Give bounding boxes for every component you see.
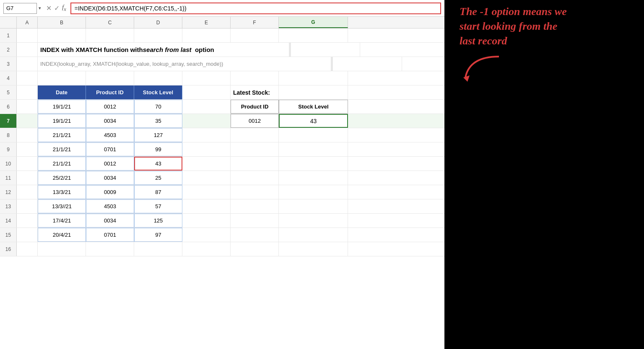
cell-d6[interactable]: 70 xyxy=(134,100,182,114)
cell-c1[interactable] xyxy=(86,28,134,42)
cell-c6[interactable]: 0012 xyxy=(86,100,134,114)
cell-b1[interactable] xyxy=(38,28,86,42)
cell-b14[interactable]: 17/4/21 xyxy=(38,214,86,227)
cell-ref-box[interactable]: G7 xyxy=(3,3,37,14)
cell-g14[interactable] xyxy=(279,214,348,227)
cell-g13[interactable] xyxy=(279,199,348,213)
cell-d15[interactable]: 97 xyxy=(134,228,182,242)
cell-b7[interactable]: 19/1/21 xyxy=(38,114,86,128)
col-header-c[interactable]: C xyxy=(86,17,134,28)
cell-d14[interactable]: 125 xyxy=(134,214,182,227)
confirm-icon[interactable]: ✓ xyxy=(54,4,60,12)
cell-e16[interactable] xyxy=(182,242,231,256)
cell-g8[interactable] xyxy=(279,128,348,142)
cell-f4[interactable] xyxy=(231,71,279,85)
cell-b9[interactable]: 21/1/21 xyxy=(38,142,86,156)
cell-g16[interactable] xyxy=(279,242,348,256)
col-header-g[interactable]: G xyxy=(279,17,348,28)
col-header-e[interactable]: E xyxy=(182,17,231,28)
cell-b15[interactable]: 20/4/21 xyxy=(38,228,86,242)
cell-f12[interactable] xyxy=(231,185,279,199)
cell-f13[interactable] xyxy=(231,199,279,213)
cell-g5[interactable] xyxy=(279,85,348,99)
cell-e8[interactable] xyxy=(182,128,231,142)
cell-a3[interactable] xyxy=(17,57,38,71)
cell-b13[interactable]: 13/3//21 xyxy=(38,199,86,213)
cell-c12[interactable]: 0009 xyxy=(86,185,134,199)
col-header-a[interactable]: A xyxy=(17,17,38,28)
cell-d13[interactable]: 57 xyxy=(134,199,182,213)
cell-f11[interactable] xyxy=(231,171,279,185)
cell-c9[interactable]: 0701 xyxy=(86,142,134,156)
cell-d8[interactable]: 127 xyxy=(134,128,182,142)
cell-g1[interactable] xyxy=(279,28,348,42)
cell-c14[interactable]: 0034 xyxy=(86,214,134,227)
cell-c8[interactable]: 4503 xyxy=(86,128,134,142)
cell-b10[interactable]: 21/1/21 xyxy=(38,157,86,171)
cell-c5-header[interactable]: Product ID xyxy=(86,85,134,99)
cell-e5[interactable] xyxy=(182,85,231,99)
cell-g9[interactable] xyxy=(279,142,348,156)
cell-e4[interactable] xyxy=(182,71,231,85)
cell-e1[interactable] xyxy=(182,28,231,42)
cell-a5[interactable] xyxy=(17,85,38,99)
cell-b3[interactable]: INDEX(lookup_array, XMATCH(lookup_value,… xyxy=(38,57,331,71)
cell-g3[interactable] xyxy=(333,57,402,71)
cell-b8[interactable]: 21/1/21 xyxy=(38,128,86,142)
cell-g12[interactable] xyxy=(279,185,348,199)
cell-a11[interactable] xyxy=(17,171,38,185)
cell-c11[interactable]: 0034 xyxy=(86,171,134,185)
cell-c7[interactable]: 0034 xyxy=(86,114,134,128)
cell-e10[interactable] xyxy=(182,157,231,171)
cell-d4[interactable] xyxy=(134,71,182,85)
cell-a1[interactable] xyxy=(17,28,38,42)
cell-g4[interactable] xyxy=(279,71,348,85)
cell-a8[interactable] xyxy=(17,128,38,142)
cell-a9[interactable] xyxy=(17,142,38,156)
function-icon[interactable]: fx xyxy=(62,4,66,13)
cell-d11[interactable]: 25 xyxy=(134,171,182,185)
cell-c4[interactable] xyxy=(86,71,134,85)
col-header-f[interactable]: F xyxy=(231,17,279,28)
cell-b16[interactable] xyxy=(38,242,86,256)
cell-c10[interactable]: 0012 xyxy=(86,157,134,171)
cell-d7[interactable]: 35 xyxy=(134,114,182,128)
cell-b6[interactable]: 19/1/21 xyxy=(38,100,86,114)
cell-d5-header[interactable]: Stock Level xyxy=(134,85,182,99)
cell-a2[interactable] xyxy=(17,43,38,57)
cell-a10[interactable] xyxy=(17,157,38,171)
cancel-icon[interactable]: ✕ xyxy=(46,4,52,12)
cell-g6-result-header[interactable]: Stock Level xyxy=(279,100,348,114)
cell-e6[interactable] xyxy=(182,100,231,114)
cell-f6-result-header[interactable]: Product ID xyxy=(231,100,279,114)
cell-c13[interactable]: 4503 xyxy=(86,199,134,213)
cell-a15[interactable] xyxy=(17,228,38,242)
col-header-d[interactable]: D xyxy=(134,17,182,28)
cell-d12[interactable]: 87 xyxy=(134,185,182,199)
cell-g7-result[interactable]: 43 xyxy=(279,114,348,128)
cell-b11[interactable]: 25/2/21 xyxy=(38,171,86,185)
cell-a13[interactable] xyxy=(17,199,38,213)
cell-g15[interactable] xyxy=(279,228,348,242)
cell-e15[interactable] xyxy=(182,228,231,242)
cell-c15[interactable]: 0701 xyxy=(86,228,134,242)
cell-b5-header[interactable]: Date xyxy=(38,85,86,99)
formula-input[interactable] xyxy=(70,3,441,14)
cell-f5[interactable]: Latest Stock: xyxy=(231,85,279,99)
cell-a16[interactable] xyxy=(17,242,38,256)
cell-e14[interactable] xyxy=(182,214,231,227)
cell-a6[interactable] xyxy=(17,100,38,114)
cell-f9[interactable] xyxy=(231,142,279,156)
cell-f10[interactable] xyxy=(231,157,279,171)
cell-f7-result[interactable]: 0012 xyxy=(231,114,279,128)
cell-ref-chevron-icon[interactable]: ▾ xyxy=(39,5,41,11)
cell-b4[interactable] xyxy=(38,71,86,85)
cell-a14[interactable] xyxy=(17,214,38,227)
cell-e9[interactable] xyxy=(182,142,231,156)
cell-b12[interactable]: 13/3/21 xyxy=(38,185,86,199)
col-header-b[interactable]: B xyxy=(38,17,86,28)
cell-d10-highlighted[interactable]: 43 xyxy=(134,157,182,171)
cell-g2[interactable] xyxy=(291,43,360,57)
cell-e12[interactable] xyxy=(182,185,231,199)
cell-g11[interactable] xyxy=(279,171,348,185)
